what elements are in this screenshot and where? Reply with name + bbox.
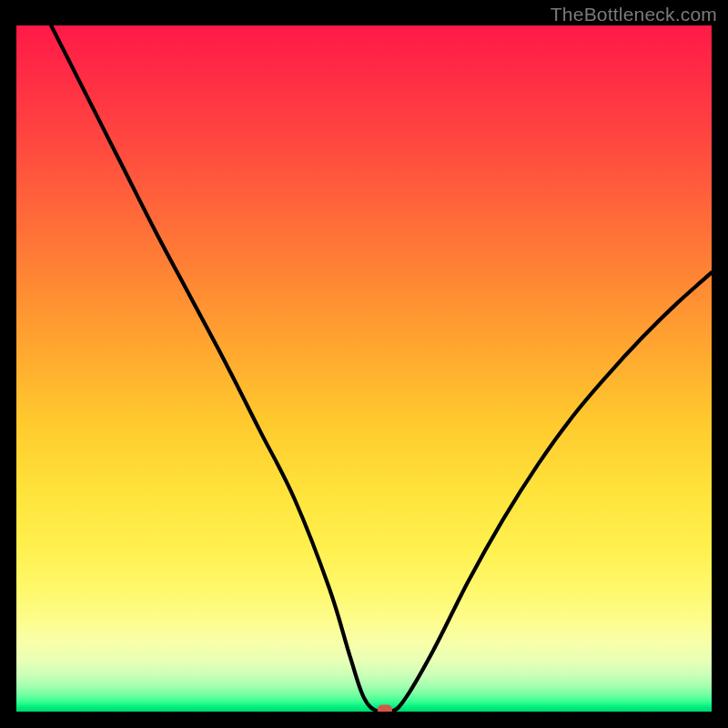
bottleneck-curve bbox=[51, 25, 712, 712]
watermark-text: TheBottleneck.com bbox=[551, 4, 717, 25]
chart-frame: TheBottleneck.com bbox=[0, 0, 728, 728]
curve-svg bbox=[16, 25, 712, 712]
plot-area bbox=[16, 25, 712, 712]
minimum-marker bbox=[378, 705, 392, 713]
